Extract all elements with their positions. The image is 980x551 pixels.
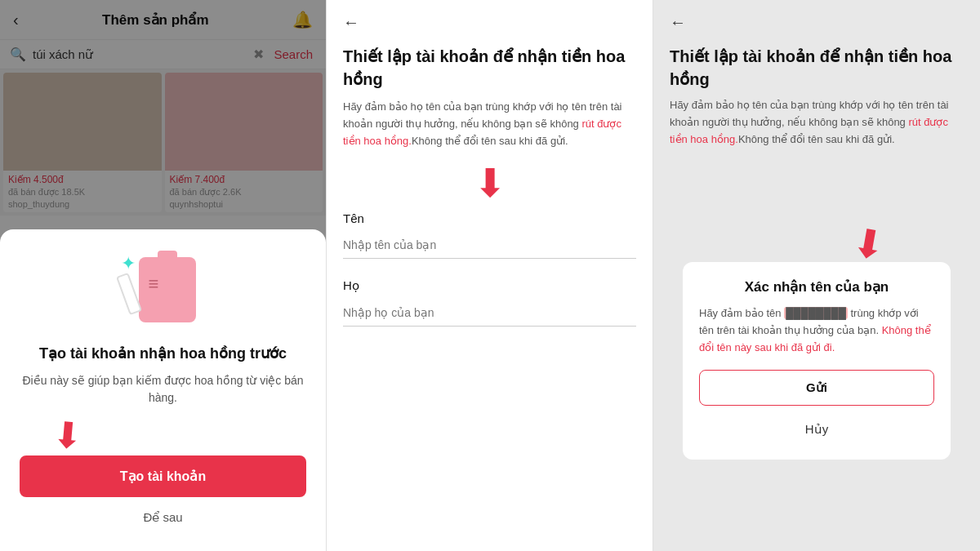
modal-desc-p1: Điều này sẽ giúp bạn kiếm được hoa hồng … (20, 372, 306, 407)
big-arrow-p1: ⬇ (51, 413, 84, 457)
star-icon: ✦ (121, 253, 136, 274)
confirm-modal-p3: ⬇ Xác nhận tên của bạn Hãy đảm bảo tên █… (683, 262, 951, 459)
confirm-desc: Hãy đảm bảo tên ████████ trùng khớp với … (699, 305, 934, 356)
ho-label: Họ (343, 278, 636, 293)
ten-input[interactable] (343, 232, 636, 259)
panel-1: ‹ Thêm sản phẩm 🔔 🔍 ✖ Search Kiếm 4.500đ… (0, 0, 327, 551)
modal-title-p1: Tạo tài khoản nhận hoa hồng trước (20, 344, 306, 364)
modal-box-p1: ✦ Tạo tài khoản nhận hoa hồng trước Điều… (0, 229, 326, 551)
section-desc-p2: Hãy đảm bảo họ tên của bạn trùng khớp vớ… (343, 99, 636, 149)
back-icon-p2[interactable]: ← (343, 13, 359, 31)
form-p2: Tên Họ (343, 211, 636, 346)
cancel-button-p3[interactable]: Hủy (699, 415, 934, 443)
modal-overlay-p1: ✦ Tạo tài khoản nhận hoa hồng trước Điều… (0, 0, 326, 551)
ho-input[interactable] (343, 300, 636, 327)
modal-illustration: ✦ (114, 249, 212, 331)
desc-normal-p2: Hãy đảm bảo họ tên của bạn trùng khớp vớ… (343, 100, 622, 130)
confirm-desc-part1: Hãy đảm bảo tên (699, 307, 784, 319)
primary-btn-wrapper: Tạo tài khoản (20, 455, 306, 497)
p3-desc-normal2: Không thể đổi tên sau khi đã gửi. (738, 133, 895, 145)
p3-bg-desc: Hãy đảm bảo họ tên của bạn trùng khớp vớ… (670, 97, 964, 148)
section-title-p2: Thiết lập tài khoản để nhận tiền hoa hồn… (343, 45, 636, 91)
back-icon-p3[interactable]: ← (670, 13, 686, 31)
p3-desc-normal: Hãy đảm bảo họ tên của bạn trùng khớp vớ… (670, 99, 949, 128)
desc-normal2-p2: Không thể đổi tên sau khi đã gửi. (412, 135, 568, 147)
create-account-button[interactable]: Tạo tài khoản (20, 455, 306, 497)
arrow-area: ⬇ (20, 423, 306, 455)
panel3-background: ← Thiết lập tài khoản để nhận tiền hoa h… (653, 0, 980, 473)
later-button[interactable]: Để sau (143, 510, 182, 525)
arrow-into-confirm: ⬇ (849, 219, 889, 269)
ten-label: Tên (343, 211, 636, 225)
panel-3: ← Thiết lập tài khoản để nhận tiền hoa h… (653, 0, 980, 551)
send-button-p3[interactable]: Gửi (699, 370, 934, 406)
arrow-container-p2: ⬇ (343, 164, 636, 203)
big-arrow-p2: ⬇ (474, 164, 506, 203)
p3-bg-title: Thiết lập tài khoản để nhận tiền hoa hồn… (670, 45, 964, 91)
pencil-icon (115, 273, 141, 315)
panel-2: ← Thiết lập tài khoản để nhận tiền hoa h… (327, 0, 653, 551)
confirm-desc-name: ████████ (784, 307, 848, 319)
confirm-title: Xác nhận tên của bạn (699, 278, 934, 295)
clipboard-icon (139, 257, 196, 322)
